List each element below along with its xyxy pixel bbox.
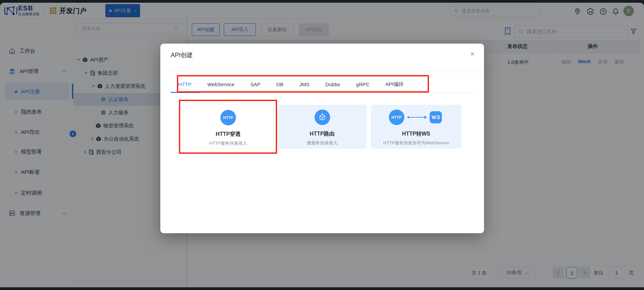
arrow-right-icon xyxy=(407,117,427,118)
modal-title: API创建 xyxy=(171,51,193,59)
close-icon[interactable]: × xyxy=(470,50,475,58)
card-http-route[interactable]: HTTP路由 微服务快速接入 xyxy=(278,105,367,149)
card-title: HTTP转WS xyxy=(371,130,461,138)
annotation-box-http-passthrough xyxy=(179,100,277,154)
cube-route-icon xyxy=(315,110,330,125)
card-description: 微服务快速接入 xyxy=(278,140,367,146)
api-create-modal: API创建 × HTTP WebService SAP DB JMS Dubbo… xyxy=(160,44,484,233)
tabs-baseline xyxy=(171,93,474,93)
card-description: HTTP服务快速发布为WebService xyxy=(371,140,461,146)
webservice-doc-icon: W xyxy=(430,111,442,123)
modal-header-divider xyxy=(160,72,484,72)
annotation-box-tabs xyxy=(177,75,429,93)
card-http-to-ws[interactable]: HTTP W HTTP转WS HTTP服务快速发布为WebService xyxy=(371,105,461,149)
card-title: HTTP路由 xyxy=(278,130,367,138)
app-root: ESB 企业服务总线 开发门户 API注册 × AI xyxy=(0,0,644,290)
http-badge-icon: HTTP xyxy=(389,110,404,125)
